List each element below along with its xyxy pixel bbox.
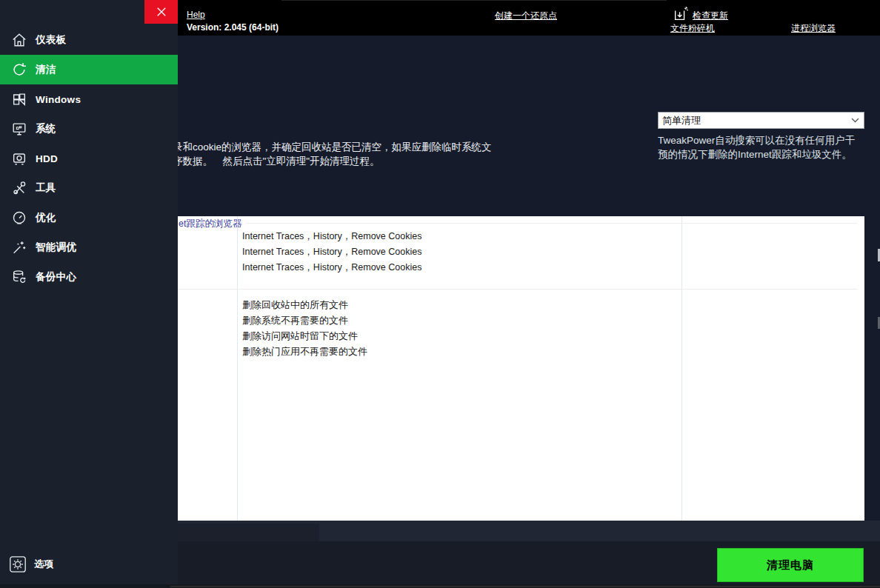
file-shredder-link[interactable]: 文件粉碎机 (670, 22, 715, 35)
sidebar-item-windows[interactable]: Windows (0, 84, 178, 114)
browser-trace-row: Internet Traces，History，Remove Cookies (242, 230, 421, 242)
clean-computer-button[interactable]: 清理电脑 (717, 548, 864, 582)
sidebar-item-backup-center[interactable]: 备份中心 (0, 262, 178, 292)
close-icon (156, 7, 167, 17)
status-segment (178, 524, 319, 541)
sidebar-item-options[interactable]: 选项 (0, 549, 178, 579)
clean-intro-text: 录和cookie的浏览器，并确定回收站是否已清空，如果应删除临时系统文 序数据。… (173, 141, 528, 168)
version-label: Version: 2.045 (64-bit) (187, 22, 279, 33)
sidebar-item-tools[interactable]: 工具 (0, 173, 178, 203)
screen-edge-artifact (170, 586, 880, 587)
browser-trace-row: Internet Traces，History，Remove Cookies (242, 261, 421, 273)
help-link[interactable]: Help (187, 10, 205, 20)
browser-group-label: et跟踪的浏览器 (179, 218, 241, 230)
gear-icon (9, 555, 27, 573)
sidebar-item-label: 备份中心 (36, 270, 76, 284)
column-separator (681, 216, 682, 521)
group-divider (178, 289, 857, 290)
backup-icon (10, 268, 28, 286)
chevron-down-icon (851, 118, 859, 123)
cleanup-item-row: 删除系统不再需要的文件 (242, 315, 348, 327)
cleaning-mode-value: 简单清理 (662, 114, 851, 127)
sidebar-item-label: 智能调优 (36, 241, 76, 254)
check-update-link[interactable]: 检查更新 (693, 10, 728, 22)
monitor-icon (10, 120, 28, 138)
sidebar-item-label: 仪表板 (36, 33, 66, 47)
create-restore-point-link[interactable]: 创建一个还原点 (495, 10, 557, 22)
cleanup-item-row: 删除回收站中的所有文件 (242, 299, 348, 311)
sidebar: 仪表板 清洁 Windows 系统 HDD (0, 0, 178, 588)
sidebar-item-system[interactable]: 系统 (0, 114, 178, 144)
sidebar-item-label: HDD (36, 153, 58, 164)
group-divider (246, 223, 857, 224)
browser-trace-row: Internet Traces，History，Remove Cookies (242, 246, 421, 258)
sidebar-item-label: 清洁 (36, 63, 56, 76)
sidebar-item-clean[interactable]: 清洁 (0, 55, 178, 84)
gauge-icon (10, 209, 28, 227)
app-window: Help Version: 2.045 (64-bit) 创建一个还原点 检查更… (0, 0, 880, 588)
sidebar-item-smart-tune[interactable]: 智能调优 (0, 233, 178, 262)
clean-computer-button-label: 清理电脑 (767, 558, 814, 572)
cleaning-results-panel: et跟踪的浏览器 Internet Traces，History，Remove … (178, 216, 864, 521)
wand-icon (10, 238, 28, 256)
process-browser-link[interactable]: 进程浏览器 (791, 22, 836, 35)
sidebar-close-button[interactable] (144, 0, 178, 24)
titlebar: Help Version: 2.045 (64-bit) 创建一个还原点 检查更… (178, 0, 880, 36)
sidebar-item-label: 选项 (34, 558, 54, 571)
recycle-icon (10, 61, 28, 78)
sidebar-item-label: 优化 (36, 211, 56, 224)
sidebar-item-optimize[interactable]: 优化 (0, 203, 178, 233)
sidebar-item-label: 系统 (36, 122, 56, 136)
hdd-icon (10, 150, 28, 167)
cleanup-item-row: 删除热门应用不再需要的文件 (242, 346, 367, 358)
home-icon (10, 31, 28, 49)
cleaning-mode-description: TweakPower自动搜索可以在没有任何用户干 预的情况下删除的Interne… (658, 133, 873, 161)
sidebar-item-hdd[interactable]: HDD (0, 144, 178, 173)
tools-icon (10, 179, 28, 197)
cleaning-mode-select[interactable]: 简单清理 (658, 112, 864, 129)
sidebar-item-label: Windows (36, 94, 81, 105)
column-separator (237, 216, 238, 521)
sidebar-item-dashboard[interactable]: 仪表板 (0, 25, 178, 55)
screen-edge-artifact (281, 0, 667, 1)
cleanup-item-row: 删除访问网站时留下的文件 (242, 330, 358, 342)
windows-icon (10, 90, 28, 108)
sidebar-item-label: 工具 (36, 181, 56, 195)
